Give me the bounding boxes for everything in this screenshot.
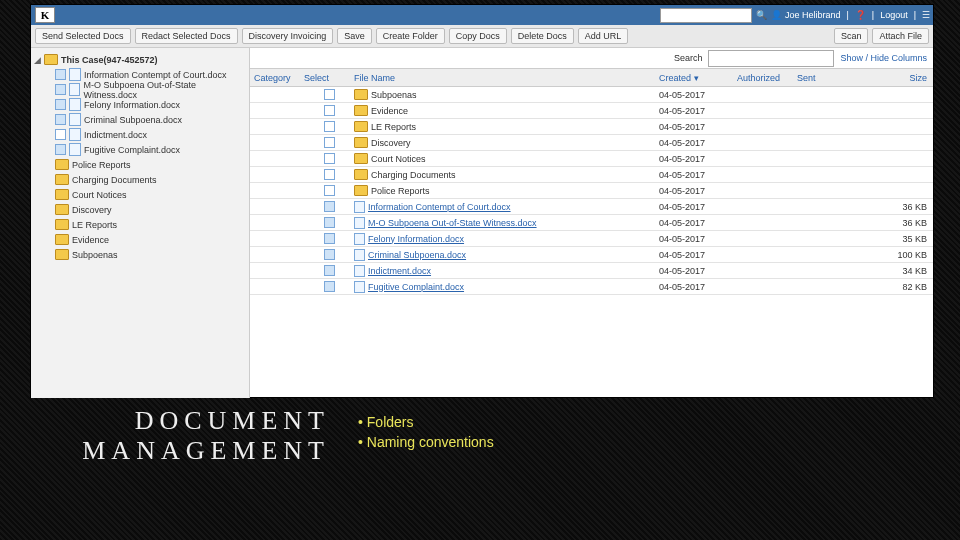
file-link[interactable]: Fugitive Complaint.docx — [368, 282, 464, 292]
table-row[interactable]: Criminal Subpoena.docx04-05-2017100 KB — [250, 247, 933, 263]
tree-doc-item[interactable]: M-O Subpoena Out-of-State Witness.docx — [33, 82, 247, 97]
row-checkbox[interactable] — [324, 121, 335, 132]
add-url-button[interactable]: Add URL — [578, 28, 629, 44]
table-row[interactable]: LE Reports04-05-2017 — [250, 119, 933, 135]
search-icon[interactable]: 🔍 — [754, 8, 768, 22]
document-icon — [354, 265, 365, 277]
table-row[interactable]: Evidence04-05-2017 — [250, 103, 933, 119]
send-button[interactable]: Send Selected Docs — [35, 28, 131, 44]
folder-name: Discovery — [371, 138, 411, 148]
table-row[interactable]: Information Contempt of Court.docx04-05-… — [250, 199, 933, 215]
help-icon[interactable]: ❓ — [855, 10, 866, 20]
row-checkbox[interactable] — [324, 281, 335, 292]
row-checkbox[interactable] — [324, 185, 335, 196]
user-link[interactable]: 👤 Joe Helibrand — [771, 10, 840, 20]
menu-icon[interactable]: ☰ — [922, 10, 930, 20]
main-panel: Search Show / Hide Columns Category Sele… — [250, 48, 933, 398]
tree-folder-item[interactable]: Discovery — [33, 202, 247, 217]
attach-file-button[interactable]: Attach File — [872, 28, 929, 44]
cell-created: 04-05-2017 — [659, 186, 737, 196]
global-search-input[interactable] — [660, 8, 752, 23]
row-checkbox[interactable] — [324, 169, 335, 180]
app-logo: K — [35, 7, 55, 23]
tree-folder-item[interactable]: Court Notices — [33, 187, 247, 202]
folder-icon — [354, 105, 368, 116]
tree-item-label: Criminal Subpoena.docx — [84, 115, 182, 125]
tree-item-label: Felony Information.docx — [84, 100, 180, 110]
tree-doc-item[interactable]: Criminal Subpoena.docx — [33, 112, 247, 127]
grid-search-input[interactable] — [708, 50, 834, 67]
tree-root-label[interactable]: This Case(947-452572) — [61, 55, 158, 65]
table-row[interactable]: Subpoenas04-05-2017 — [250, 87, 933, 103]
delete-docs-button[interactable]: Delete Docs — [511, 28, 574, 44]
folder-icon — [354, 89, 368, 100]
cell-size: 35 KB — [867, 234, 933, 244]
show-hide-columns-link[interactable]: Show / Hide Columns — [840, 53, 927, 63]
tree-doc-item[interactable]: Indictment.docx — [33, 127, 247, 142]
cell-size: 36 KB — [867, 218, 933, 228]
table-row[interactable]: Fugitive Complaint.docx04-05-201782 KB — [250, 279, 933, 295]
scan-button[interactable]: Scan — [834, 28, 869, 44]
table-row[interactable]: Charging Documents04-05-2017 — [250, 167, 933, 183]
row-checkbox[interactable] — [324, 89, 335, 100]
file-link[interactable]: M-O Subpoena Out-of-State Witness.docx — [368, 218, 537, 228]
tree-folder-item[interactable]: LE Reports — [33, 217, 247, 232]
tree-folder-item[interactable]: Evidence — [33, 232, 247, 247]
document-icon — [69, 98, 81, 111]
document-icon — [354, 201, 365, 213]
tree-checkbox[interactable] — [55, 144, 66, 155]
tree-checkbox[interactable] — [55, 69, 66, 80]
row-checkbox[interactable] — [324, 201, 335, 212]
col-category[interactable]: Category — [250, 73, 304, 83]
table-row[interactable]: Discovery04-05-2017 — [250, 135, 933, 151]
tree-folder-item[interactable]: Subpoenas — [33, 247, 247, 262]
table-row[interactable]: Felony Information.docx04-05-201735 KB — [250, 231, 933, 247]
tree-doc-item[interactable]: Fugitive Complaint.docx — [33, 142, 247, 157]
tree-checkbox[interactable] — [55, 99, 66, 110]
col-created[interactable]: Created ▾ — [659, 73, 737, 83]
file-link[interactable]: Indictment.docx — [368, 266, 431, 276]
row-checkbox[interactable] — [324, 105, 335, 116]
cell-created: 04-05-2017 — [659, 154, 737, 164]
col-authorized[interactable]: Authorized — [737, 73, 797, 83]
discovery-invoicing-button[interactable]: Discovery Invoicing — [242, 28, 334, 44]
save-button[interactable]: Save — [337, 28, 372, 44]
tree-checkbox[interactable] — [55, 114, 66, 125]
tree-item-label: Police Reports — [72, 160, 131, 170]
file-link[interactable]: Information Contempt of Court.docx — [368, 202, 511, 212]
row-checkbox[interactable] — [324, 153, 335, 164]
tree-checkbox[interactable] — [55, 84, 66, 95]
tree-folder-item[interactable]: Charging Documents — [33, 172, 247, 187]
row-checkbox[interactable] — [324, 137, 335, 148]
col-select[interactable]: Select — [304, 73, 354, 83]
toolbar: Send Selected Docs Redact Selected Docs … — [31, 25, 933, 48]
file-link[interactable]: Felony Information.docx — [368, 234, 464, 244]
grid-rows: Subpoenas04-05-2017 Evidence04-05-2017 L… — [250, 87, 933, 398]
table-row[interactable]: Court Notices04-05-2017 — [250, 151, 933, 167]
folder-name: LE Reports — [371, 122, 416, 132]
cell-created: 04-05-2017 — [659, 122, 737, 132]
row-checkbox[interactable] — [324, 217, 335, 228]
file-link[interactable]: Criminal Subpoena.docx — [368, 250, 466, 260]
tree-checkbox[interactable] — [55, 129, 66, 140]
redact-button[interactable]: Redact Selected Docs — [135, 28, 238, 44]
row-checkbox[interactable] — [324, 265, 335, 276]
folder-icon — [354, 153, 368, 164]
row-checkbox[interactable] — [324, 233, 335, 244]
document-icon — [354, 233, 365, 245]
tree-folder-item[interactable]: Police Reports — [33, 157, 247, 172]
copy-docs-button[interactable]: Copy Docs — [449, 28, 507, 44]
tree-collapse-icon[interactable]: ◢ — [33, 55, 41, 65]
col-sent[interactable]: Sent — [797, 73, 867, 83]
folder-icon — [55, 189, 69, 200]
col-filename[interactable]: File Name — [354, 73, 659, 83]
col-size[interactable]: Size — [867, 73, 933, 83]
folder-icon — [55, 219, 69, 230]
top-bar: K 🔍 👤 Joe Helibrand | ❓ | Logout | ☰ — [31, 5, 933, 25]
table-row[interactable]: Police Reports04-05-2017 — [250, 183, 933, 199]
logout-link[interactable]: Logout — [880, 10, 908, 20]
table-row[interactable]: Indictment.docx04-05-201734 KB — [250, 263, 933, 279]
create-folder-button[interactable]: Create Folder — [376, 28, 445, 44]
row-checkbox[interactable] — [324, 249, 335, 260]
table-row[interactable]: M-O Subpoena Out-of-State Witness.docx04… — [250, 215, 933, 231]
